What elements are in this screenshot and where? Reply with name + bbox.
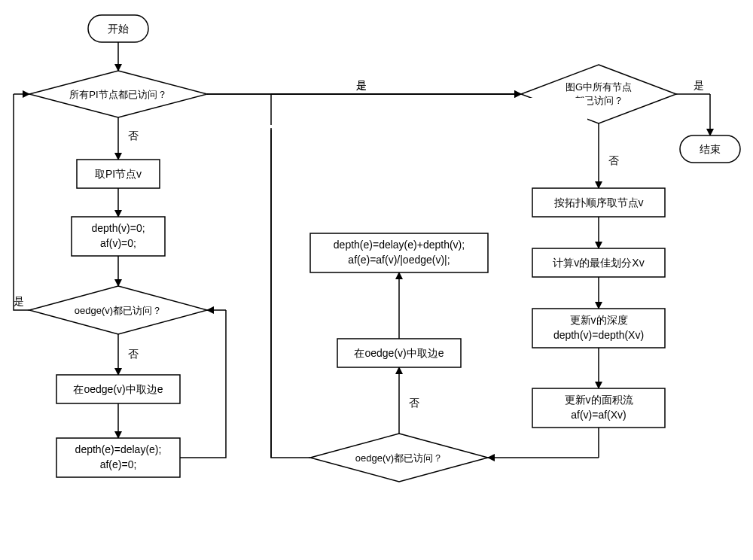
- end-label: 结束: [700, 143, 721, 155]
- d3-yes-label: 是: [14, 295, 24, 307]
- edge-d3-d1-loop-1: [14, 94, 29, 310]
- p8-label-line1: 更新v的面积流: [565, 394, 633, 406]
- d1-label: 所有PI节点都已访问？: [69, 89, 166, 100]
- d2-label-line1: 图G中所有节点: [566, 81, 632, 93]
- p5-label: 按拓扑顺序取节点v: [554, 196, 644, 208]
- edge-d4-d2-loop-2: [271, 105, 569, 125]
- p9-label: 在oedge(v)中取边e: [354, 347, 444, 359]
- p10-label-line1: depth(e)=delay(e)+depth(v);: [334, 239, 465, 251]
- flowchart-canvas: 开始 所有PI节点都已访问？ 是 图G中所有节点 都已访问？ 是 结束 否 取P…: [0, 0, 753, 560]
- p6-label: 计算v的最佳划分Xv: [553, 257, 644, 269]
- d2-no-label: 否: [608, 154, 619, 166]
- p3-label: 在oedge(v)中取边e: [73, 383, 163, 395]
- d2-yes-label: 是: [694, 79, 704, 91]
- p7-label-line1: 更新v的深度: [570, 314, 628, 326]
- p4-label-line2: af(e)=0;: [100, 458, 137, 470]
- decision-all-g-visited: [521, 65, 676, 123]
- p8-label-line2: af(v)=af(Xv): [571, 409, 626, 421]
- d1-no-label: 否: [128, 129, 139, 142]
- p1-label: 取PI节点v: [95, 168, 142, 180]
- p2-label-line1: depth(v)=0;: [91, 222, 145, 234]
- d2-label-line2: 都已访问？: [575, 95, 623, 106]
- p2-label-line2: af(v)=0;: [100, 237, 136, 249]
- start-label: 开始: [108, 23, 129, 35]
- d4-label: oedge(v)都已访问？: [355, 452, 443, 464]
- p4-label-line1: depth(e)=delay(e);: [75, 443, 162, 455]
- d3-no-label: 否: [128, 348, 139, 360]
- edge-p4-d3-loop-1: [180, 310, 226, 458]
- p10-label-line2: af(e)=af(v)/|oedge(v)|;: [348, 254, 450, 266]
- d3-label: oedge(v)都已访问？: [75, 305, 162, 316]
- edge-d4-d2-loop-1: [271, 125, 310, 458]
- d1-yes-label: 是: [356, 79, 367, 91]
- d4-no-label: 否: [409, 397, 419, 409]
- p7-label-line2: depth(v)=depth(Xv): [553, 329, 644, 341]
